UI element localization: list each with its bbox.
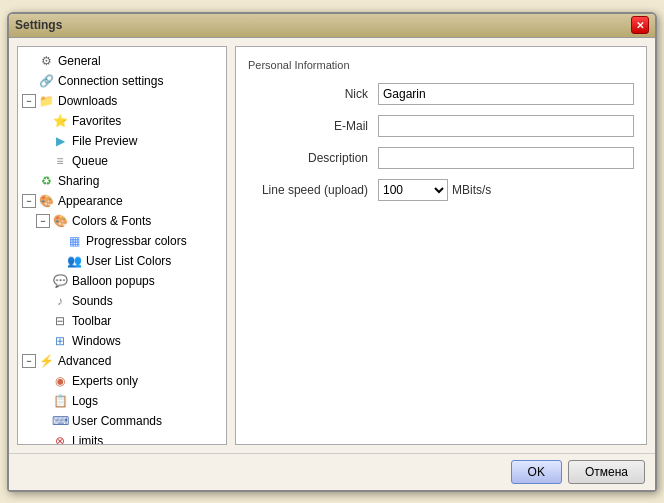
tree-item-sounds[interactable]: ♪Sounds (18, 291, 226, 311)
tree-label-userlist: User List Colors (86, 254, 171, 268)
description-label: Description (248, 151, 378, 165)
tree-icon-general: ⚙ (38, 53, 54, 69)
email-input[interactable] (378, 115, 634, 137)
tree-icon-sharing: ♻ (38, 173, 54, 189)
tree-item-windows[interactable]: ⊞Windows (18, 331, 226, 351)
tree-item-userlist[interactable]: 👥User List Colors (18, 251, 226, 271)
tree-icon-limits: ⊗ (52, 433, 68, 445)
tree-item-advanced[interactable]: −⚡Advanced (18, 351, 226, 371)
linespeed-label: Line speed (upload) (248, 183, 378, 197)
linespeed-row: Line speed (upload) 1002565121000Custom … (248, 179, 634, 201)
tree-label-connection: Connection settings (58, 74, 163, 88)
tree-icon-logs: 📋 (52, 393, 68, 409)
tree-icon-queue: ≡ (52, 153, 68, 169)
tree-label-usercommands: User Commands (72, 414, 162, 428)
tree-item-colors[interactable]: −🎨Colors & Fonts (18, 211, 226, 231)
email-row: E-Mail (248, 115, 634, 137)
tree-label-toolbar: Toolbar (72, 314, 111, 328)
speed-select[interactable]: 1002565121000Custom (378, 179, 448, 201)
tree-icon-advanced: ⚡ (38, 353, 54, 369)
tree-label-appearance: Appearance (58, 194, 123, 208)
tree-icon-balloon: 💬 (52, 273, 68, 289)
tree-label-sharing: Sharing (58, 174, 99, 188)
tree-item-usercommands[interactable]: ⌨User Commands (18, 411, 226, 431)
tree-label-downloads: Downloads (58, 94, 117, 108)
tree-icon-favorites: ⭐ (52, 113, 68, 129)
tree-icon-experts: ◉ (52, 373, 68, 389)
tree-label-sounds: Sounds (72, 294, 113, 308)
nick-input[interactable] (378, 83, 634, 105)
title-bar: Settings ✕ (9, 14, 655, 38)
tree-icon-toolbar: ⊟ (52, 313, 68, 329)
expand-icon-appearance[interactable]: − (22, 194, 36, 208)
tree-icon-downloads: 📁 (38, 93, 54, 109)
tree-item-connection[interactable]: 🔗Connection settings (18, 71, 226, 91)
tree-label-logs: Logs (72, 394, 98, 408)
tree-icon-usercommands: ⌨ (52, 413, 68, 429)
tree-label-limits: Limits (72, 434, 103, 445)
tree-label-windows: Windows (72, 334, 121, 348)
description-row: Description (248, 147, 634, 169)
description-input[interactable] (378, 147, 634, 169)
tree-label-preview: File Preview (72, 134, 137, 148)
tree-item-progressbar[interactable]: ▦Progressbar colors (18, 231, 226, 251)
nick-label: Nick (248, 87, 378, 101)
tree-label-queue: Queue (72, 154, 108, 168)
linespeed-controls: 1002565121000Custom MBits/s (378, 179, 491, 201)
window-title: Settings (15, 18, 62, 32)
tree-icon-connection: 🔗 (38, 73, 54, 89)
settings-window: Settings ✕ ⚙General🔗Connection settings−… (7, 12, 657, 492)
tree-item-downloads[interactable]: −📁Downloads (18, 91, 226, 111)
expand-icon-advanced[interactable]: − (22, 354, 36, 368)
tree-item-logs[interactable]: 📋Logs (18, 391, 226, 411)
tree-label-balloon: Balloon popups (72, 274, 155, 288)
tree-label-advanced: Advanced (58, 354, 111, 368)
tree-icon-colors: 🎨 (52, 213, 68, 229)
tree-item-queue[interactable]: ≡Queue (18, 151, 226, 171)
tree-item-limits[interactable]: ⊗Limits (18, 431, 226, 445)
tree-label-favorites: Favorites (72, 114, 121, 128)
email-label: E-Mail (248, 119, 378, 133)
tree-item-appearance[interactable]: −🎨Appearance (18, 191, 226, 211)
right-panel: Personal Information Nick E-Mail Descrip… (235, 46, 647, 445)
close-button[interactable]: ✕ (631, 16, 649, 34)
tree-item-toolbar[interactable]: ⊟Toolbar (18, 311, 226, 331)
tree-icon-appearance: 🎨 (38, 193, 54, 209)
ok-button[interactable]: OK (511, 460, 562, 484)
tree-label-general: General (58, 54, 101, 68)
tree-item-balloon[interactable]: 💬Balloon popups (18, 271, 226, 291)
tree-label-colors: Colors & Fonts (72, 214, 151, 228)
expand-icon-downloads[interactable]: − (22, 94, 36, 108)
tree-label-experts: Experts only (72, 374, 138, 388)
tree-icon-windows: ⊞ (52, 333, 68, 349)
tree-icon-progressbar: ▦ (66, 233, 82, 249)
cancel-button[interactable]: Отмена (568, 460, 645, 484)
tree-item-preview[interactable]: ▶File Preview (18, 131, 226, 151)
speed-unit: MBits/s (452, 183, 491, 197)
tree-item-sharing[interactable]: ♻Sharing (18, 171, 226, 191)
tree-icon-preview: ▶ (52, 133, 68, 149)
expand-icon-colors[interactable]: − (36, 214, 50, 228)
main-content: ⚙General🔗Connection settings−📁Downloads⭐… (9, 38, 655, 453)
tree-icon-sounds: ♪ (52, 293, 68, 309)
tree-label-progressbar: Progressbar colors (86, 234, 187, 248)
section-title: Personal Information (248, 59, 634, 71)
bottom-bar: OK Отмена (9, 453, 655, 490)
tree-icon-userlist: 👥 (66, 253, 82, 269)
nick-row: Nick (248, 83, 634, 105)
tree-item-general[interactable]: ⚙General (18, 51, 226, 71)
tree-item-experts[interactable]: ◉Experts only (18, 371, 226, 391)
tree-item-favorites[interactable]: ⭐Favorites (18, 111, 226, 131)
tree-panel: ⚙General🔗Connection settings−📁Downloads⭐… (17, 46, 227, 445)
